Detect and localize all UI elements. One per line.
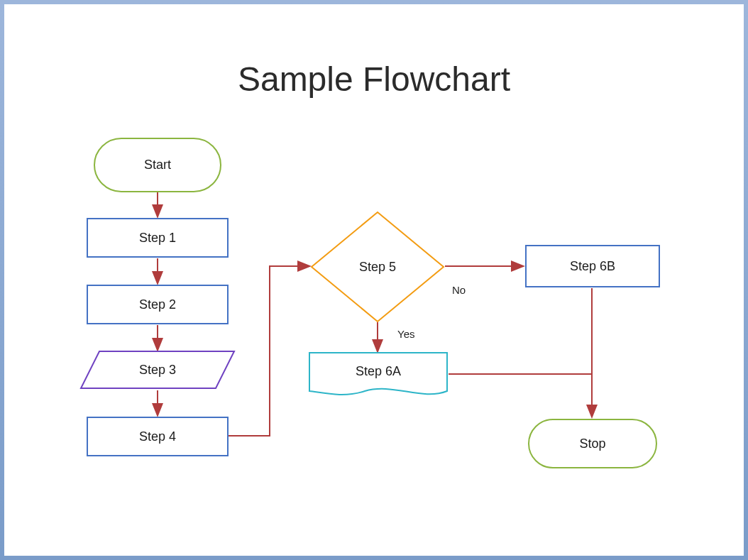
- node-step1: Step 1: [87, 218, 229, 258]
- node-step4-label: Step 4: [87, 417, 229, 456]
- edge-label-yes: Yes: [397, 328, 414, 340]
- flowchart-canvas: Sample Flowchart Start: [16, 16, 732, 544]
- edge-label-no: No: [452, 284, 466, 296]
- node-step4: Step 4: [87, 417, 229, 456]
- node-stop: Stop: [528, 419, 657, 468]
- node-step5-label: Step 5: [310, 211, 445, 323]
- node-step6a-label: Step 6A: [308, 351, 449, 391]
- node-step3-label: Step 3: [79, 350, 236, 390]
- node-start-label: Start: [94, 138, 221, 192]
- node-step5: Step 5: [310, 211, 445, 323]
- node-step2: Step 2: [87, 285, 229, 324]
- node-step1-label: Step 1: [87, 218, 229, 258]
- node-stop-label: Stop: [528, 419, 657, 468]
- node-step6b-label: Step 6B: [525, 245, 660, 287]
- node-step2-label: Step 2: [87, 285, 229, 324]
- node-start: Start: [94, 138, 221, 192]
- node-step6b: Step 6B: [525, 245, 660, 287]
- node-step6a: Step 6A: [308, 351, 449, 401]
- node-step3: Step 3: [79, 350, 236, 390]
